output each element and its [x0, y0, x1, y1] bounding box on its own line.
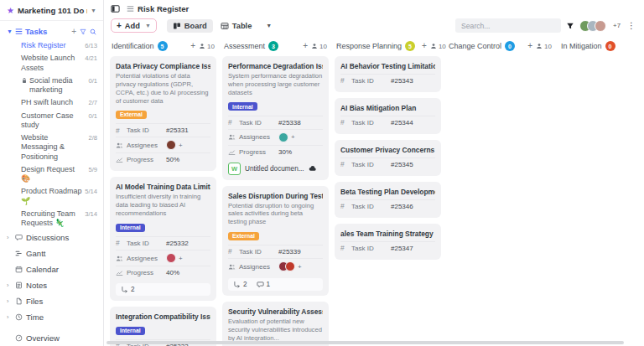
comments-indicator[interactable]: 1: [257, 281, 271, 288]
task-card[interactable]: Data Privacy Compliance Issues Potential…: [110, 56, 216, 171]
task-card[interactable]: AI Bias Mitigation Plan # Task ID #25344: [335, 98, 441, 134]
task-card[interactable]: ales Team Training Strategy # Task ID #2…: [335, 224, 441, 260]
chevron-down-icon: ▼: [145, 23, 151, 28]
filter-icon[interactable]: [80, 28, 86, 35]
add-assignee-icon[interactable]: +: [298, 263, 302, 271]
card-fields: # Task ID #25332 Assignees + Progress 40…: [116, 236, 210, 279]
task-card[interactable]: Beta Testing Plan Developmen # Task ID #…: [335, 182, 441, 218]
member-count: 10: [319, 43, 327, 50]
field-row-task-id: # Task ID #25343: [340, 74, 435, 87]
sidebar-task-list-item[interactable]: Product Roadmap 🌱 5/14: [0, 185, 103, 208]
search-input[interactable]: [455, 18, 561, 33]
sidebar-nav-item[interactable]: Gantt: [0, 245, 103, 261]
card-title: ales Team Training Strategy: [340, 230, 435, 238]
assignee-avatar[interactable]: [285, 261, 295, 271]
task-card[interactable]: Security Vulnerability Assessment Evalua…: [222, 302, 329, 346]
project-switcher[interactable]: ★ Marketing 101 Do not delete ▼: [0, 0, 103, 21]
person-icon: [536, 43, 543, 49]
add-card-icon[interactable]: +: [422, 42, 427, 50]
avatar[interactable]: [595, 20, 606, 32]
task-card[interactable]: AI Behavior Testing Limitations # Task I…: [335, 56, 441, 92]
sidebar-task-list-item[interactable]: Recruiting Team Requests 🦎 3/14: [0, 208, 103, 230]
add-card-icon[interactable]: +: [303, 42, 308, 50]
column-members[interactable]: 10: [199, 43, 215, 50]
task-id-value: #25344: [391, 119, 413, 127]
add-button[interactable]: + Add ▼: [111, 18, 157, 33]
assignee-avatars[interactable]: +: [166, 253, 183, 263]
member-avatars[interactable]: [579, 20, 606, 32]
column-count-badge: 3: [268, 41, 278, 51]
document-icon: W: [228, 163, 241, 175]
task-card[interactable]: Performance Degradation Issues System pe…: [222, 56, 329, 180]
sidebar-task-list-item[interactable]: Social media marketing 0/1: [0, 75, 103, 97]
progress-chart-icon: [116, 269, 127, 276]
more-options-icon[interactable]: ⋮: [626, 21, 637, 30]
field-row-assignees: Assignees +: [228, 129, 323, 145]
add-assignee-icon[interactable]: +: [179, 142, 183, 149]
task-id-value: #25338: [278, 119, 301, 127]
assignee-avatars[interactable]: +: [278, 132, 295, 142]
assignee-avatar[interactable]: [166, 253, 176, 263]
sidebar-nav-item[interactable]: › Notes: [0, 277, 103, 293]
column-members[interactable]: 10: [430, 43, 446, 50]
sidebar-nav-item[interactable]: Calendar: [0, 261, 103, 277]
column-members[interactable]: 10: [311, 43, 327, 50]
column-members[interactable]: 10: [536, 43, 552, 50]
card-tag-badge: Internal: [116, 224, 145, 232]
subtasks-indicator[interactable]: 2: [233, 281, 247, 288]
add-task-list-icon[interactable]: +: [71, 28, 76, 36]
task-card[interactable]: Integration Compatibility Issues Interna…: [110, 307, 216, 346]
card-attachment[interactable]: W Untitled documen...: [228, 163, 323, 175]
assignee-avatars[interactable]: +: [166, 140, 183, 150]
breadcrumb-label: Risk Register: [138, 4, 189, 13]
add-assignee-icon[interactable]: +: [291, 133, 295, 141]
column-header: Response Planning 5 + 10: [335, 39, 441, 56]
horizontal-scrollbar[interactable]: [106, 341, 624, 344]
column-count-badge: 5: [405, 41, 415, 51]
task-card[interactable]: Customer Privacy Concerns Plan # Task ID…: [335, 140, 441, 176]
sidebar-task-list-item[interactable]: PH swift launch 2/7: [0, 96, 103, 109]
sidebar-task-list-item[interactable]: Customer Case study 0/1: [0, 110, 103, 132]
card-title: Customer Privacy Concerns Plan: [340, 146, 435, 154]
cloud-icon: [309, 165, 317, 172]
assignee-avatars[interactable]: +: [278, 261, 302, 271]
sidebar-nav-item[interactable]: › Discussions: [0, 230, 103, 245]
breadcrumb[interactable]: Risk Register: [127, 4, 189, 13]
assignee-avatar[interactable]: [278, 132, 288, 142]
sidebar-task-list-item[interactable]: Risk Register 6/13: [0, 39, 103, 52]
task-card[interactable]: AI Model Training Data Limitations Insuf…: [110, 177, 216, 301]
progress-value: 30%: [278, 148, 292, 156]
sidebar-section-tasks[interactable]: ▼ Tasks +: [0, 21, 103, 39]
sidebar-task-list-item[interactable]: Website Messaging & Positioning 2/8: [0, 132, 103, 163]
add-card-icon[interactable]: +: [190, 42, 195, 50]
subtasks-indicator[interactable]: 2: [121, 286, 135, 293]
field-row-task-id: # Task ID #25344: [340, 116, 435, 129]
hash-icon: #: [340, 203, 351, 209]
sidebar-task-list-item[interactable]: Design Request 🎨 5/9: [0, 163, 103, 186]
assignee-avatar[interactable]: [166, 140, 176, 150]
search-icon[interactable]: [90, 28, 96, 35]
nav-item-label: Calendar: [26, 265, 59, 274]
view-tab[interactable]: Table: [215, 19, 258, 33]
task-card[interactable]: Sales Disruption During Testing Potentia…: [222, 186, 329, 297]
add-assignee-icon[interactable]: +: [179, 255, 183, 262]
sidebar: ★ Marketing 101 Do not delete ▼ ▼ Tasks …: [0, 0, 104, 346]
filter-icon[interactable]: [566, 22, 574, 30]
people-icon: [228, 263, 239, 271]
card-footer: 2 1: [228, 278, 323, 291]
views-more-chevron[interactable]: ▼: [262, 21, 275, 30]
task-list-label: Recruiting Team Requests 🦎: [21, 209, 82, 229]
nav-item-label: Time: [26, 312, 44, 322]
sidebar-nav-item[interactable]: Overview: [0, 330, 103, 346]
card-description: Potential violations of data privacy reg…: [116, 72, 210, 105]
sidebar-nav-item[interactable]: › Files: [0, 293, 103, 309]
field-label: Task ID: [239, 248, 278, 256]
task-list-container: Risk Register 6/13 Website Launch Assets…: [0, 39, 103, 230]
sidebar-task-list-item[interactable]: Website Launch Assets 4/21: [0, 52, 103, 75]
add-card-icon[interactable]: +: [527, 42, 532, 50]
field-label: Task ID: [351, 119, 391, 127]
task-list-label: Social media marketing: [29, 76, 86, 96]
sidebar-nav-item[interactable]: › Time: [0, 309, 103, 325]
view-tab[interactable]: Board: [167, 19, 213, 33]
sidebar-toggle-icon[interactable]: [111, 4, 120, 13]
